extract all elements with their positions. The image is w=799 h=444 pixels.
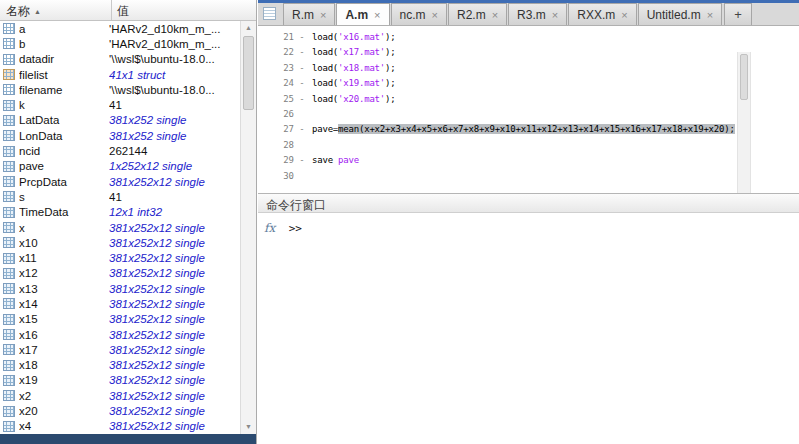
code-line-27[interactable]: 27-pave=mean(x+x2+x3+x4+x5+x6+x7+x8+x9+x… bbox=[258, 122, 799, 137]
workspace-scrollbar[interactable]: ▲ ▼ bbox=[240, 21, 256, 434]
tab-rxx-m[interactable]: RXX.m× bbox=[568, 3, 636, 25]
column-header-name[interactable]: 名称 ▲ bbox=[0, 0, 112, 20]
workspace-row[interactable]: x11381x252x12 single bbox=[0, 250, 240, 265]
command-window[interactable]: fx >> bbox=[258, 213, 799, 444]
tab-label: RXX.m bbox=[577, 8, 615, 22]
tab-r-m[interactable]: R.m× bbox=[283, 3, 335, 25]
code-text: pave=mean(x+x2+x3+x4+x5+x6+x7+x8+x9+x10+… bbox=[310, 122, 735, 137]
close-icon[interactable]: × bbox=[320, 9, 326, 21]
close-icon[interactable]: × bbox=[621, 9, 627, 21]
workspace-row[interactable]: pave1x252x12 single bbox=[0, 159, 240, 174]
command-window-header[interactable]: 命令行窗口 bbox=[258, 193, 799, 213]
variable-value: 381x252x12 single bbox=[109, 222, 240, 234]
code-line-30[interactable]: 30 bbox=[258, 169, 799, 184]
executable-line-dash: - bbox=[294, 30, 310, 45]
workspace-row[interactable]: x16381x252x12 single bbox=[0, 327, 240, 342]
workspace-row[interactable]: k41 bbox=[0, 97, 240, 112]
workspace-row[interactable]: datadir'\\wsl$\ubuntu-18.0... bbox=[0, 52, 240, 67]
code-text: load('x16.mat'); bbox=[310, 30, 396, 45]
tab-label: nc.m bbox=[400, 8, 426, 22]
code-line-28[interactable]: 28 bbox=[258, 138, 799, 153]
editor-scrollbar[interactable] bbox=[737, 52, 751, 193]
editor-tabbar: R.m×A.m×nc.m×R2.m×R3.m×RXX.m×Untitled.m×… bbox=[258, 3, 799, 26]
workspace-row[interactable]: x12381x252x12 single bbox=[0, 266, 240, 281]
workspace-row[interactable]: x19381x252x12 single bbox=[0, 373, 240, 388]
variable-name: x12 bbox=[19, 267, 109, 279]
workspace-row[interactable]: x15381x252x12 single bbox=[0, 312, 240, 327]
variable-name: ncid bbox=[19, 145, 109, 157]
code-line-26[interactable]: 26 bbox=[258, 107, 799, 122]
variable-char-icon bbox=[3, 38, 15, 49]
workspace-row[interactable]: a'HARv2_d10km_m_... bbox=[0, 21, 240, 36]
code-line-21[interactable]: 21-load('x16.mat'); bbox=[258, 30, 799, 45]
workspace-row[interactable]: LonData381x252 single bbox=[0, 128, 240, 143]
scrollbar-thumb[interactable] bbox=[740, 54, 748, 100]
variable-num-icon bbox=[3, 130, 15, 141]
workspace-row[interactable]: b'HARv2_d10km_m_... bbox=[0, 36, 240, 51]
close-icon[interactable]: × bbox=[374, 9, 380, 21]
code-line-24[interactable]: 24-load('x19.mat'); bbox=[258, 76, 799, 91]
workspace-row[interactable]: x17381x252x12 single bbox=[0, 342, 240, 357]
variable-value: 41 bbox=[109, 99, 240, 111]
workspace-row[interactable]: x381x252x12 single bbox=[0, 220, 240, 235]
close-icon[interactable]: × bbox=[552, 9, 558, 21]
sort-ascending-icon: ▲ bbox=[34, 8, 41, 15]
workspace-row[interactable]: ncid262144 bbox=[0, 143, 240, 158]
variable-name: x13 bbox=[19, 283, 109, 295]
code-text: load('x18.mat'); bbox=[310, 61, 396, 76]
tab-r2-m[interactable]: R2.m× bbox=[448, 3, 507, 25]
code-lines: 21-load('x16.mat');22-load('x17.mat');23… bbox=[258, 26, 799, 184]
variable-num-icon bbox=[3, 314, 15, 325]
variable-value: 262144 bbox=[109, 145, 240, 157]
tab-r3-m[interactable]: R3.m× bbox=[508, 3, 567, 25]
workspace-row[interactable]: x4381x252x12 single bbox=[0, 419, 240, 434]
workspace-panel: 名称 ▲ 值 a'HARv2_d10km_m_...b'HARv2_d10km_… bbox=[0, 0, 257, 444]
new-tab-button[interactable]: + bbox=[724, 3, 752, 25]
line-number: 22 bbox=[258, 45, 294, 60]
variable-name: x19 bbox=[19, 374, 109, 386]
line-number: 25 bbox=[258, 92, 294, 107]
close-icon[interactable]: × bbox=[432, 9, 438, 21]
tab-a-m[interactable]: A.m× bbox=[336, 3, 389, 25]
workspace-row[interactable]: PrcpData381x252x12 single bbox=[0, 174, 240, 189]
code-line-23[interactable]: 23-load('x18.mat'); bbox=[258, 61, 799, 76]
fx-icon: fx bbox=[264, 221, 275, 235]
workspace-row[interactable]: filelist41x1 struct bbox=[0, 67, 240, 82]
variable-name: x4 bbox=[19, 420, 109, 432]
workspace-row[interactable]: x13381x252x12 single bbox=[0, 281, 240, 296]
scroll-down-icon[interactable]: ▼ bbox=[241, 421, 256, 433]
variable-num-icon bbox=[3, 176, 15, 187]
tab-label: R2.m bbox=[457, 8, 486, 22]
variable-num-icon bbox=[3, 207, 15, 218]
code-line-25[interactable]: 25-load('x20.mat'); bbox=[258, 92, 799, 107]
tab-untitled-m[interactable]: Untitled.m× bbox=[638, 3, 722, 25]
variable-value: 381x252 single bbox=[109, 114, 240, 126]
variable-num-icon bbox=[3, 421, 15, 432]
variable-value: 381x252x12 single bbox=[109, 283, 240, 295]
workspace-row[interactable]: LatData381x252 single bbox=[0, 113, 240, 128]
variable-value: 41x1 struct bbox=[109, 69, 240, 81]
code-line-22[interactable]: 22-load('x17.mat'); bbox=[258, 45, 799, 60]
variable-num-icon bbox=[3, 115, 15, 126]
code-line-29[interactable]: 29-save pave bbox=[258, 153, 799, 168]
workspace-row[interactable]: x2381x252x12 single bbox=[0, 388, 240, 403]
column-header-value[interactable]: 值 bbox=[112, 0, 256, 20]
variable-value: 381x252x12 single bbox=[109, 374, 240, 386]
variable-num-icon bbox=[3, 100, 15, 111]
workspace-row[interactable]: x20381x252x12 single bbox=[0, 403, 240, 418]
workspace-row[interactable]: TimeData12x1 int32 bbox=[0, 205, 240, 220]
variable-name: PrcpData bbox=[19, 176, 109, 188]
variable-num-icon bbox=[3, 360, 15, 371]
code-editor[interactable]: 21-load('x16.mat');22-load('x17.mat');23… bbox=[258, 26, 799, 193]
workspace-row[interactable]: x18381x252x12 single bbox=[0, 358, 240, 373]
close-icon[interactable]: × bbox=[492, 9, 498, 21]
workspace-row[interactable]: filename'\\wsl$\ubuntu-18.0... bbox=[0, 82, 240, 97]
workspace-row[interactable]: s41 bbox=[0, 189, 240, 204]
scrollbar-thumb[interactable] bbox=[243, 36, 254, 110]
workspace-row[interactable]: x14381x252x12 single bbox=[0, 296, 240, 311]
tab-nc-m[interactable]: nc.m× bbox=[391, 3, 447, 25]
line-number: 26 bbox=[258, 107, 294, 122]
workspace-row[interactable]: x10381x252x12 single bbox=[0, 235, 240, 250]
scroll-up-icon[interactable]: ▲ bbox=[241, 22, 256, 34]
close-icon[interactable]: × bbox=[707, 9, 713, 21]
